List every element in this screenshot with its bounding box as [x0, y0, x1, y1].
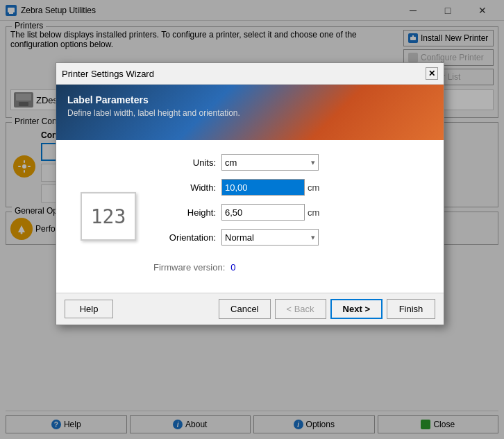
orientation-select-wrapper: Normal Rotated Inverted Bottom-Up — [221, 229, 319, 246]
height-input-group: cm — [221, 204, 319, 221]
width-input-group: cm — [221, 179, 319, 196]
wizard-back-button[interactable]: < Back — [275, 299, 326, 319]
units-select[interactable]: cm in dots — [221, 154, 319, 171]
wizard-header: Label Parameters Define label width, lab… — [56, 85, 444, 140]
width-label: Width: — [153, 182, 216, 193]
label-preview-text: 123 — [91, 205, 126, 228]
wizard-header-text: Label Parameters Define label width, lab… — [67, 94, 432, 118]
label-preview: 123 — [81, 192, 136, 241]
modal-overlay: Printer Settings Wizard ✕ Label Paramete… — [0, 0, 504, 439]
height-row: Height: cm — [153, 204, 423, 221]
height-unit: cm — [308, 207, 319, 218]
wizard-form: Units: cm in dots Width: cm — [153, 154, 423, 279]
wizard-footer: Help Cancel < Back Next > Finish — [56, 293, 444, 325]
width-input[interactable] — [221, 179, 305, 196]
width-row: Width: cm — [153, 179, 423, 196]
orientation-select[interactable]: Normal Rotated Inverted Bottom-Up — [221, 229, 319, 246]
orientation-label: Orientation: — [153, 232, 216, 243]
wizard-header-title: Label Parameters — [67, 94, 432, 105]
wizard-close-button[interactable]: ✕ — [426, 67, 438, 80]
units-row: Units: cm in dots — [153, 154, 423, 171]
firmware-row: Firmware version: 0 — [153, 262, 423, 273]
wizard-footer-left: Help — [65, 300, 113, 318]
units-label: Units: — [153, 157, 216, 168]
width-unit: cm — [308, 182, 319, 193]
height-label: Height: — [153, 207, 216, 218]
wizard-titlebar: Printer Settings Wizard ✕ — [56, 63, 444, 85]
firmware-label: Firmware version: — [153, 262, 225, 273]
wizard-body: 123 Units: cm in dots — [56, 140, 444, 293]
wizard-cancel-button[interactable]: Cancel — [219, 299, 270, 319]
wizard-next-button[interactable]: Next > — [330, 299, 383, 319]
height-input[interactable] — [221, 204, 305, 221]
wizard-title: Printer Settings Wizard — [62, 69, 154, 79]
orientation-row: Orientation: Normal Rotated Inverted Bot… — [153, 229, 423, 246]
wizard-help-button[interactable]: Help — [65, 300, 113, 318]
wizard-finish-button[interactable]: Finish — [387, 299, 435, 319]
units-select-wrapper: cm in dots — [221, 154, 319, 171]
wizard-dialog: Printer Settings Wizard ✕ Label Paramete… — [56, 62, 444, 325]
wizard-preview: 123 — [77, 154, 140, 279]
wizard-footer-right: Cancel < Back Next > Finish — [219, 299, 435, 319]
firmware-value: 0 — [230, 262, 235, 273]
wizard-header-subtitle: Define label width, label height and ori… — [67, 108, 432, 118]
